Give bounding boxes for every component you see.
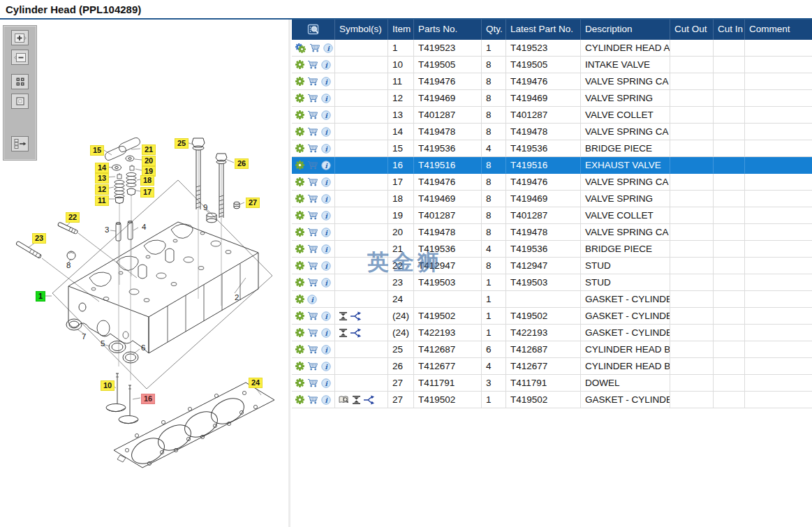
gear-icon[interactable] bbox=[295, 362, 304, 371]
info-icon[interactable]: i bbox=[321, 244, 331, 254]
table-row[interactable]: i20T4194788T419478VALVE SPRING CA bbox=[292, 224, 812, 241]
callout-20[interactable]: 20 bbox=[142, 156, 156, 166]
info-icon[interactable]: i bbox=[321, 261, 331, 271]
table-row[interactable]: i22T4129478T412947STUD bbox=[292, 258, 812, 274]
cart-icon[interactable] bbox=[307, 328, 318, 337]
info-icon[interactable]: i bbox=[321, 395, 331, 405]
table-row[interactable]: i18T4194698T419469VALVE SPRING bbox=[292, 191, 812, 207]
info-icon[interactable]: i bbox=[321, 127, 331, 137]
table-row[interactable]: i15T4195364T419536BRIDGE PIECE bbox=[292, 140, 812, 157]
gear-icon[interactable] bbox=[295, 328, 304, 337]
table-row[interactable]: i19T4012878T401287VALVE COLLET bbox=[292, 207, 812, 224]
cart-icon[interactable] bbox=[307, 110, 318, 119]
gear-icon[interactable] bbox=[295, 194, 304, 203]
info-icon[interactable]: i bbox=[321, 94, 331, 103]
cart-icon[interactable] bbox=[307, 177, 318, 186]
cart-icon[interactable] bbox=[307, 211, 318, 220]
callout-14[interactable]: 14 bbox=[95, 163, 109, 173]
cart-icon[interactable] bbox=[307, 144, 318, 153]
callout-10[interactable]: 10 bbox=[101, 380, 115, 391]
table-row[interactable]: i23T4195031T419503STUD bbox=[292, 274, 812, 291]
cart-icon[interactable] bbox=[307, 127, 318, 136]
info-icon[interactable]: i bbox=[321, 177, 331, 187]
gear-icon[interactable] bbox=[295, 94, 304, 103]
cart-icon[interactable] bbox=[307, 161, 318, 170]
gear-icon[interactable] bbox=[295, 161, 304, 170]
info-icon[interactable]: i bbox=[321, 278, 331, 288]
table-row[interactable]: i21T4195364T419536BRIDGE PIECE bbox=[292, 241, 812, 258]
gear-icon[interactable] bbox=[295, 278, 304, 287]
gear-icon[interactable] bbox=[295, 60, 304, 69]
callout-21[interactable]: 21 bbox=[142, 144, 156, 155]
info-icon[interactable]: i bbox=[321, 211, 331, 221]
gear-icon[interactable] bbox=[295, 144, 304, 153]
info-icon[interactable]: i bbox=[321, 328, 331, 338]
callout-17[interactable]: 17 bbox=[140, 187, 154, 198]
gear-icon[interactable] bbox=[295, 261, 304, 270]
cart-icon[interactable] bbox=[307, 395, 318, 404]
cart-icon[interactable] bbox=[307, 362, 318, 371]
callout-13[interactable]: 13 bbox=[95, 173, 109, 184]
info-icon[interactable]: i bbox=[321, 228, 331, 237]
table-row[interactable]: i11T4194768T419476VALVE SPRING CA bbox=[292, 73, 812, 90]
table-row[interactable]: i25T4126876T412687CYLINDER HEAD B bbox=[292, 341, 812, 358]
gear-icon[interactable] bbox=[295, 127, 304, 136]
table-row[interactable]: i 27T4195021T419502GASKET - CYLINDE bbox=[292, 392, 812, 408]
table-row[interactable]: i1T4195231T419523CYLINDER HEAD A bbox=[292, 40, 812, 57]
callout-23[interactable]: 23 bbox=[32, 233, 46, 244]
gear-icon[interactable] bbox=[295, 311, 304, 320]
info-icon[interactable]: i bbox=[321, 161, 331, 170]
callout-1[interactable]: 1 bbox=[36, 291, 45, 302]
info-icon[interactable]: i bbox=[321, 362, 331, 371]
info-icon[interactable]: i bbox=[323, 43, 333, 53]
info-icon[interactable]: i bbox=[321, 345, 331, 355]
gear-icon[interactable] bbox=[295, 211, 304, 220]
info-icon[interactable]: i bbox=[321, 194, 331, 204]
callout-24[interactable]: 24 bbox=[249, 378, 263, 388]
callout-25[interactable]: 25 bbox=[175, 138, 189, 149]
gear-icon[interactable] bbox=[295, 110, 304, 119]
callout-15[interactable]: 15 bbox=[90, 145, 104, 156]
table-row[interactable]: i (24)T4195021T419502GASKET - CYLINDE bbox=[292, 308, 812, 325]
cart-icon[interactable] bbox=[307, 60, 318, 69]
info-icon[interactable]: i bbox=[321, 110, 331, 120]
table-row[interactable]: i27T4117913T411791DOWEL bbox=[292, 375, 812, 392]
cart-icon[interactable] bbox=[309, 43, 320, 52]
table-row[interactable]: i17T4194768T419476VALVE SPRING CA bbox=[292, 174, 812, 191]
cart-icon[interactable] bbox=[307, 77, 318, 86]
info-icon[interactable]: i bbox=[307, 295, 317, 304]
callout-11[interactable]: 11 bbox=[95, 195, 109, 206]
gear-icon[interactable] bbox=[295, 395, 304, 404]
table-row[interactable]: i241GASKET - CYLINDE bbox=[292, 291, 812, 308]
info-icon[interactable]: i bbox=[321, 77, 331, 87]
table-row[interactable]: i (24)T4221931T422193GASKET - CYLINDE bbox=[292, 325, 812, 341]
table-row[interactable]: i10T4195058T419505INTAKE VALVE bbox=[292, 57, 812, 73]
filter-search-icon[interactable] bbox=[307, 24, 320, 36]
callout-12[interactable]: 12 bbox=[95, 184, 109, 195]
cart-icon[interactable] bbox=[307, 261, 318, 270]
gear-icon[interactable] bbox=[295, 345, 304, 354]
info-icon[interactable]: i bbox=[321, 144, 331, 154]
gear-add-icon[interactable] bbox=[295, 43, 307, 53]
callout-16-selected[interactable]: 16 bbox=[141, 394, 155, 404]
table-row[interactable]: i26T4126774T412677CYLINDER HEAD B bbox=[292, 358, 812, 375]
info-icon[interactable]: i bbox=[321, 378, 331, 388]
cart-icon[interactable] bbox=[307, 278, 318, 287]
gear-icon[interactable] bbox=[295, 378, 304, 387]
gear-icon[interactable] bbox=[295, 295, 304, 304]
callout-26[interactable]: 26 bbox=[235, 158, 249, 169]
cart-icon[interactable] bbox=[307, 345, 318, 354]
cart-icon[interactable] bbox=[307, 194, 318, 203]
table-row-selected[interactable]: i16T4195168T419516EXHAUST VALVE bbox=[292, 157, 812, 174]
cart-icon[interactable] bbox=[307, 228, 318, 237]
callout-27[interactable]: 27 bbox=[246, 198, 260, 208]
cart-icon[interactable] bbox=[307, 311, 318, 320]
gear-icon[interactable] bbox=[295, 77, 304, 86]
callout-22[interactable]: 22 bbox=[66, 212, 80, 223]
cart-icon[interactable] bbox=[307, 94, 318, 103]
table-row[interactable]: i14T4194788T419478VALVE SPRING CA bbox=[292, 124, 812, 140]
info-icon[interactable]: i bbox=[321, 311, 331, 321]
info-icon[interactable]: i bbox=[321, 60, 331, 70]
table-row[interactable]: i12T4194698T419469VALVE SPRING bbox=[292, 90, 812, 107]
gear-icon[interactable] bbox=[295, 228, 304, 237]
